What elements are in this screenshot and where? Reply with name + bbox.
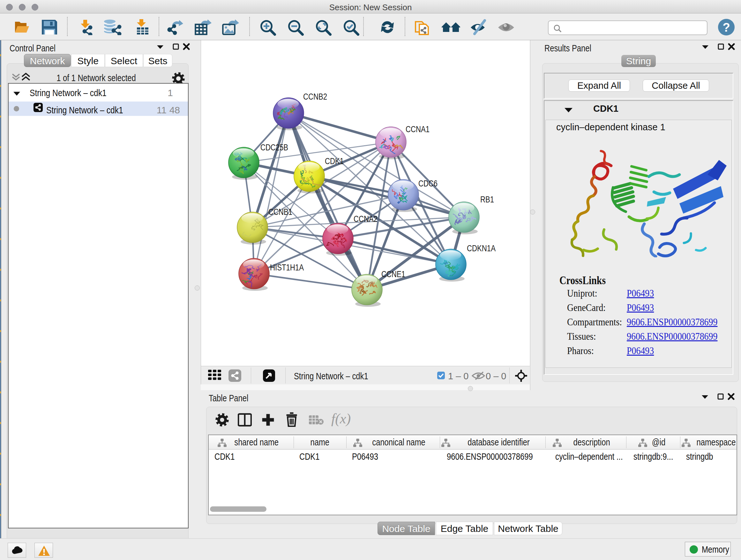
svg-text:CCNB2: CCNB2 (303, 92, 327, 102)
svg-text:CDK1: CDK1 (325, 157, 344, 166)
svg-text:CCNA2: CCNA2 (354, 214, 378, 224)
svg-text:CDC6: CDC6 (418, 179, 437, 188)
svg-text:RB1: RB1 (480, 195, 494, 204)
svg-text:CDKN1A: CDKN1A (467, 244, 495, 253)
svg-text:CCNA1: CCNA1 (406, 125, 429, 134)
svg-text:CCNE1: CCNE1 (381, 269, 405, 279)
svg-text:HIST1H1A: HIST1H1A (270, 263, 304, 272)
svg-text:?: ? (723, 21, 730, 34)
svg-text:CDC25B: CDC25B (260, 143, 288, 152)
svg-text:CCNB1: CCNB1 (268, 207, 292, 217)
